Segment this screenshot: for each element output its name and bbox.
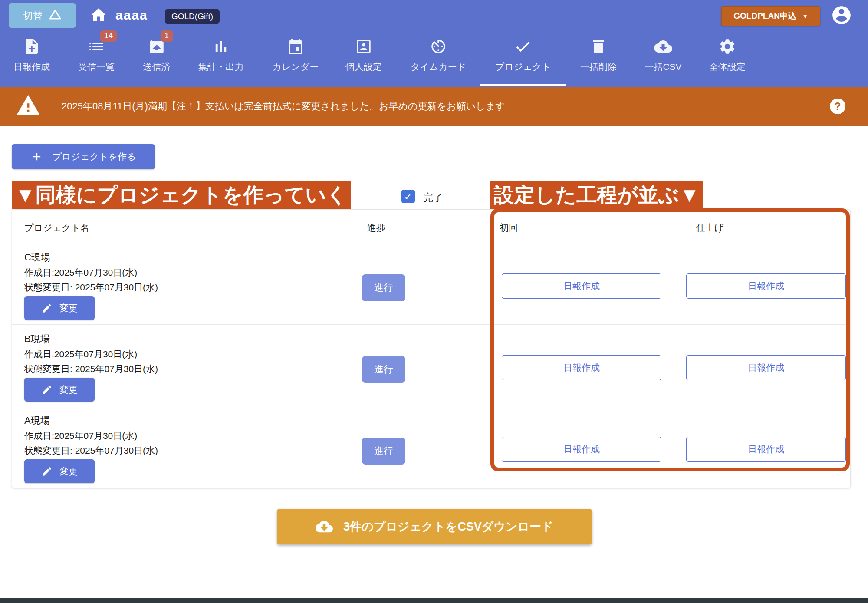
warning-icon [16,93,41,120]
nav-item-label: 個人設定 [326,61,402,73]
column-header-progress: 進捗 [367,222,385,234]
callout-create-projects: ▼同様にプロジェクトを作っていく [12,181,351,209]
switch-button[interactable]: 切替 [9,3,76,28]
gear-icon [718,37,736,56]
goldplan-apply-label: GOLDPLAN申込 [733,10,796,22]
nav-item-calendar[interactable]: カレンダー [257,37,334,73]
project-name: A現場 [24,414,50,427]
triangle-icon [49,8,62,23]
pencil-icon [41,466,53,477]
daily-report-button-first[interactable]: 日報作成 [502,437,661,462]
done-checkbox-label: 完了 [423,191,443,204]
table-row: A現場 作成日:2025年07月30日(水) 状態変更日: 2025年07月30… [12,406,850,488]
daily-report-button-finish[interactable]: 日報作成 [686,355,846,380]
project-status-changed-date: 状態変更日: 2025年07月30日(水) [24,281,158,293]
project-table: プロジェクト名 進捗 初回 仕上げ C現場 作成日:2025年07月30日(水)… [12,209,851,488]
cloud-download-icon [654,37,672,56]
person-card-icon [355,37,373,56]
bar-chart-icon [212,37,230,56]
edit-button-label: 変更 [59,465,78,478]
daily-report-button-first[interactable]: 日報作成 [502,273,661,299]
chevron-down-icon: ▼ [802,13,808,20]
progress-button[interactable]: 進行 [362,356,405,383]
nav-item-global-settings[interactable]: 全体設定 [689,37,766,73]
header: 切替 aaaa GOLD(Gift) GOLDPLAN申込 ▼ 日報作成 [0,0,868,87]
nav-item-label: 全体設定 [689,61,766,73]
project-created-date: 作成日:2025年07月30日(水) [24,267,137,279]
trash-icon [589,37,608,56]
pencil-icon [41,303,53,314]
project-status-changed-date: 状態変更日: 2025年07月30日(水) [24,445,158,457]
daily-report-button-first[interactable]: 日報作成 [502,355,661,380]
cloud-download-icon [316,518,333,535]
nav-item-label: 集計・出力 [183,61,259,73]
goldplan-apply-button[interactable]: GOLDPLAN申込 ▼ [721,6,820,26]
edit-button[interactable]: 変更 [24,459,95,483]
warning-banner: 2025年08月11日(月)満期【注！】支払いは完全前払式に変更されました。お早… [0,87,868,126]
plus-icon [31,151,43,163]
page: 切替 aaaa GOLD(Gift) GOLDPLAN申込 ▼ 日報作成 [0,0,868,603]
done-checkbox[interactable]: ✓ [401,190,415,203]
table-row: B現場 作成日:2025年07月30日(水) 状態変更日: 2025年07月30… [12,325,850,406]
home-icon[interactable] [89,6,108,26]
edit-button[interactable]: 変更 [24,378,95,402]
progress-button[interactable]: 進行 [362,438,405,465]
warning-banner-text: 2025年08月11日(月)満期【注！】支払いは完全前払式に変更されました。お早… [62,100,505,113]
nav-item-project[interactable]: プロジェクト [485,37,561,73]
create-project-button[interactable]: プロジェクトを作る [12,144,155,169]
edit-button-label: 変更 [59,302,78,314]
csv-download-button[interactable]: 3件のプロジェクトをCSVダウンロード [277,509,592,544]
daily-report-button-finish[interactable]: 日報作成 [686,437,846,462]
note-add-icon [23,37,41,56]
csv-download-label: 3件のプロジェクトをCSVダウンロード [343,519,553,534]
check-icon [514,37,532,56]
daily-report-button-finish[interactable]: 日報作成 [686,273,846,299]
nav-item-aggregate-output[interactable]: 集計・出力 [183,37,259,73]
column-header-project-name: プロジェクト名 [24,222,89,234]
create-project-label: プロジェクトを作る [53,151,136,163]
outbox-icon: 1 [148,37,166,56]
plan-badge: GOLD(Gift) [165,9,220,24]
timer-icon [429,37,447,56]
list-icon: 14 [87,37,105,56]
project-created-date: 作成日:2025年07月30日(水) [24,348,137,360]
calendar-icon [286,37,305,56]
pencil-icon [41,384,53,395]
column-header-first: 初回 [500,222,518,234]
nav-item-personal-settings[interactable]: 個人設定 [326,37,402,73]
nav-item-label: タイムカード [400,61,477,73]
project-created-date: 作成日:2025年07月30日(水) [24,430,137,442]
help-icon[interactable]: ? [830,99,845,114]
project-name: B現場 [24,333,50,346]
edit-button-label: 変更 [59,384,78,396]
nav-item-label: プロジェクト [485,61,561,73]
table-header-row: プロジェクト名 進捗 初回 仕上げ [12,210,850,243]
inbox-count-badge: 14 [100,30,117,42]
nav-item-timecard[interactable]: タイムカード [400,37,477,73]
project-status-changed-date: 状態変更日: 2025年07月30日(水) [24,363,158,375]
table-row: C現場 作成日:2025年07月30日(水) 状態変更日: 2025年07月30… [12,243,850,325]
project-name: C現場 [24,251,50,264]
app-name: aaaa [115,8,148,23]
active-tab-underline [480,84,566,86]
nav-item-label: カレンダー [257,61,334,73]
edit-button[interactable]: 変更 [24,296,95,320]
progress-button[interactable]: 進行 [362,274,405,301]
bottom-bar [0,598,868,603]
callout-process-columns: 設定した工程が並ぶ▼ [490,181,703,209]
column-header-finish: 仕上げ [696,222,724,234]
sent-count-badge: 1 [161,30,173,42]
account-circle-icon[interactable] [831,4,852,28]
switch-button-label: 切替 [23,9,43,22]
